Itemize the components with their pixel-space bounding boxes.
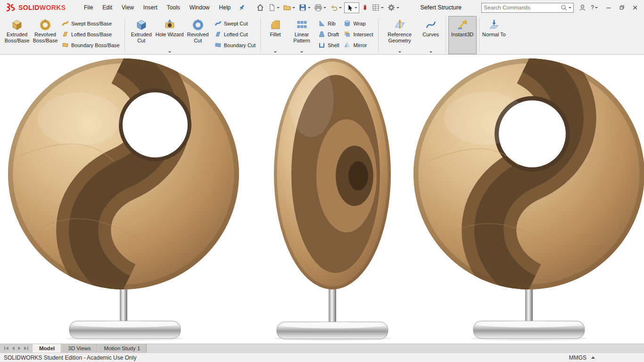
revolved-cut-button[interactable]: Revolved Cut bbox=[184, 16, 212, 54]
revolved-cut-icon bbox=[192, 17, 204, 32]
fillet-button[interactable]: Fillet bbox=[263, 16, 288, 54]
xpress-tools-button[interactable] bbox=[361, 2, 369, 13]
extruded-boss-button[interactable]: Extruded Boss/Base bbox=[3, 16, 31, 54]
menu-file[interactable]: File bbox=[79, 2, 98, 13]
reference-group: Reference Geometry Curves bbox=[381, 16, 443, 54]
reference-geometry-caret-icon[interactable] bbox=[398, 51, 401, 53]
select-tool-button[interactable] bbox=[344, 2, 359, 13]
undo-icon bbox=[330, 3, 338, 12]
linear-pattern-caret-icon[interactable] bbox=[300, 51, 303, 53]
extruded-cut-button[interactable]: Extruded Cut bbox=[127, 16, 156, 54]
tab-model[interactable]: Model bbox=[33, 344, 61, 353]
dropdown-caret-icon[interactable] bbox=[323, 7, 326, 8]
rib-button[interactable]: Rib bbox=[316, 19, 341, 27]
wrap-button[interactable]: Wrap bbox=[341, 19, 375, 27]
model-view-back[interactable] bbox=[413, 58, 644, 341]
previous-tab-button[interactable] bbox=[12, 346, 15, 350]
hole-wizard-button[interactable]: Hole Wizard bbox=[156, 16, 184, 54]
pin-menu-button[interactable] bbox=[238, 4, 246, 11]
units-selector[interactable]: MMGS bbox=[569, 354, 595, 361]
units-caret-icon[interactable] bbox=[591, 356, 595, 359]
restore-button[interactable] bbox=[615, 2, 628, 13]
new-document-button[interactable] bbox=[267, 2, 281, 13]
units-label: MMGS bbox=[569, 354, 586, 361]
lofted-cut-button[interactable]: Lofted Cut bbox=[212, 30, 258, 38]
menu-window[interactable]: Window bbox=[185, 2, 215, 13]
mirror-button[interactable]: Mirror bbox=[341, 41, 375, 49]
print-button[interactable] bbox=[313, 2, 327, 13]
document-title: Sefert Structure bbox=[400, 4, 481, 11]
boundary-boss-label: Boundary Boss/Base bbox=[71, 42, 120, 48]
menu-edit[interactable]: Edit bbox=[98, 2, 117, 13]
dropdown-caret-icon[interactable] bbox=[339, 7, 342, 8]
extruded-cut-label: Extruded Cut bbox=[127, 32, 156, 43]
search-icon[interactable] bbox=[560, 4, 568, 11]
dassault-3ds-icon bbox=[4, 3, 16, 12]
minimize-button[interactable] bbox=[602, 2, 615, 13]
boundary-boss-button[interactable]: Boundary Boss/Base bbox=[59, 41, 122, 49]
help-button[interactable]: ? bbox=[591, 4, 598, 11]
hole-wizard-label: Hole Wizard bbox=[156, 32, 184, 38]
revolved-boss-button[interactable]: Revolved Boss/Base bbox=[31, 16, 59, 54]
first-tab-button[interactable] bbox=[4, 346, 8, 350]
dropdown-caret-icon[interactable] bbox=[292, 7, 295, 8]
next-tab-button[interactable] bbox=[18, 346, 21, 350]
dropdown-caret-icon[interactable] bbox=[308, 7, 311, 8]
tab-motion-study-1[interactable]: Motion Study 1 bbox=[98, 344, 147, 353]
last-tab-button[interactable] bbox=[24, 346, 28, 350]
dropdown-caret-icon[interactable] bbox=[355, 7, 357, 8]
swept-boss-button[interactable]: Swept Boss/Base bbox=[59, 19, 122, 27]
model-view-front[interactable] bbox=[8, 58, 239, 341]
menu-help[interactable]: Help bbox=[215, 2, 236, 13]
curves-caret-icon[interactable] bbox=[429, 51, 432, 53]
dropdown-caret-icon[interactable] bbox=[396, 7, 399, 8]
draft-button[interactable]: Draft bbox=[316, 30, 341, 38]
instant3d-button[interactable]: Instant3D bbox=[448, 16, 477, 54]
reference-geometry-button[interactable]: Reference Geometry bbox=[381, 16, 419, 54]
dropdown-caret-icon[interactable] bbox=[277, 7, 280, 8]
minimize-icon bbox=[605, 4, 612, 11]
normal-to-button[interactable]: Normal To bbox=[482, 16, 506, 54]
lofted-cut-label: Lofted Cut bbox=[224, 32, 248, 37]
cut-small-column: Swept Cut Lofted Cut Boundary Cut bbox=[212, 16, 258, 54]
options-button[interactable] bbox=[386, 2, 400, 13]
undo-button[interactable] bbox=[329, 2, 343, 13]
menu-insert[interactable]: Insert bbox=[139, 2, 162, 13]
boundary-cut-icon bbox=[215, 41, 222, 49]
intersect-button[interactable]: Intersect bbox=[341, 30, 375, 38]
extruded-boss-label: Extruded Boss/Base bbox=[3, 32, 31, 43]
graphics-viewport[interactable] bbox=[0, 55, 644, 344]
rib-label: Rib bbox=[328, 21, 336, 26]
menu-view[interactable]: View bbox=[117, 2, 139, 13]
user-account-icon[interactable] bbox=[578, 4, 586, 12]
command-search[interactable] bbox=[481, 3, 574, 13]
menu-tools[interactable]: Tools bbox=[162, 2, 185, 13]
revolved-cut-label: Revolved Cut bbox=[184, 32, 212, 43]
intersect-icon bbox=[344, 31, 351, 38]
boundary-cut-label: Boundary Cut bbox=[224, 42, 256, 48]
curves-button[interactable]: Curves bbox=[419, 16, 443, 54]
hole-wizard-caret-icon[interactable] bbox=[168, 51, 171, 53]
search-dropdown-caret-icon[interactable] bbox=[569, 7, 571, 8]
home-icon bbox=[256, 3, 264, 12]
boundary-cut-button[interactable]: Boundary Cut bbox=[212, 41, 258, 49]
home-button[interactable] bbox=[255, 2, 265, 13]
open-button[interactable] bbox=[282, 2, 296, 13]
dropdown-caret-icon[interactable] bbox=[381, 7, 384, 8]
tab-3d-views[interactable]: 3D Views bbox=[61, 344, 97, 353]
help-caret-icon[interactable] bbox=[595, 7, 598, 8]
window-controls: ? bbox=[578, 2, 641, 13]
close-button[interactable] bbox=[628, 2, 641, 13]
save-button[interactable] bbox=[297, 2, 312, 13]
lofted-boss-button[interactable]: Lofted Boss/Base bbox=[59, 30, 122, 38]
model-view-side[interactable] bbox=[274, 58, 391, 341]
swept-cut-button[interactable]: Swept Cut bbox=[212, 19, 258, 27]
fillet-caret-icon[interactable] bbox=[274, 51, 277, 53]
evaluate-sheet-button[interactable] bbox=[371, 2, 385, 13]
search-input[interactable] bbox=[484, 5, 559, 10]
shell-button[interactable]: Shell bbox=[316, 41, 341, 49]
ribbon-separator bbox=[378, 18, 379, 52]
linear-pattern-label: Linear Pattern bbox=[288, 32, 316, 43]
linear-pattern-button[interactable]: Linear Pattern bbox=[288, 16, 316, 54]
model-render[interactable] bbox=[0, 55, 644, 344]
